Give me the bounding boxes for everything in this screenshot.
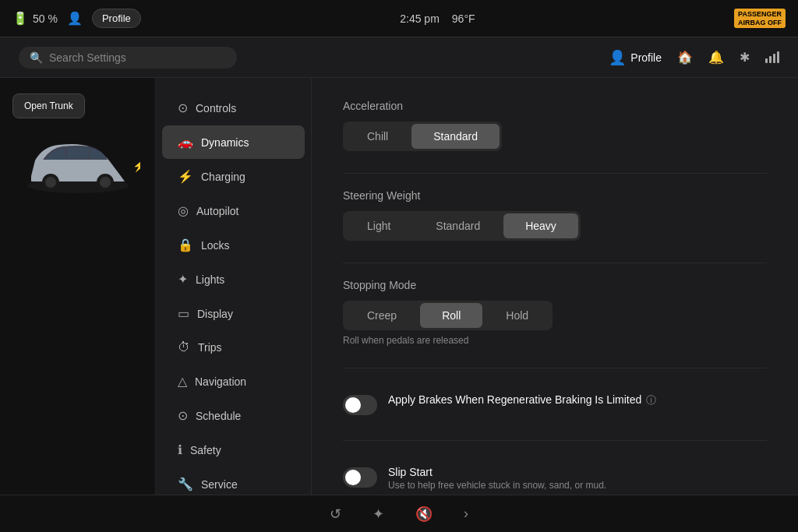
- service-icon: 🔧: [178, 477, 193, 491]
- sidebar-item-locks[interactable]: 🔒 Locks: [162, 228, 305, 262]
- stopping-mode-title: Stopping Mode: [343, 279, 767, 291]
- apply-brakes-title: Apply Brakes When Regenerative Braking I…: [388, 393, 641, 406]
- sidebar-label-charging: Charging: [201, 171, 245, 183]
- locks-icon: 🔒: [178, 238, 193, 252]
- battery-icon: 🔋: [12, 11, 28, 26]
- bell-icon[interactable]: 🔔: [708, 50, 724, 65]
- sidebar-label-service: Service: [201, 478, 238, 491]
- left-panel: Open Trunk ⚡: [0, 78, 156, 495]
- divider-4: [343, 440, 767, 441]
- sidebar-label-autopilot: Autopilot: [196, 205, 238, 217]
- temperature: 96°F: [452, 12, 475, 25]
- apply-brakes-info: Apply Brakes When Regenerative Braking I…: [388, 393, 656, 407]
- divider-2: [343, 262, 767, 263]
- lights-icon: ✦: [178, 272, 188, 287]
- top-status-bar: 🔋 50 % 👤 Profile 2:45 pm 96°F PASSENGERA…: [0, 0, 798, 37]
- controls-icon: ⊙: [178, 100, 188, 115]
- autopilot-icon: ◎: [178, 203, 189, 218]
- acceleration-toggle-group: Chill Standard: [343, 122, 502, 151]
- sidebar-item-dynamics[interactable]: 🚗 Dynamics: [162, 125, 305, 159]
- stopping-hold-button[interactable]: Hold: [484, 303, 550, 328]
- slip-start-info: Slip Start Use to help free vehicle stuc…: [388, 466, 606, 491]
- home-icon[interactable]: 🏠: [677, 50, 693, 65]
- stopping-creep-button[interactable]: Creep: [345, 303, 418, 328]
- sidebar-item-lights[interactable]: ✦ Lights: [162, 262, 305, 296]
- top-bar-left: 🔋 50 % 👤 Profile: [12, 9, 141, 28]
- fan-icon[interactable]: ✦: [373, 506, 384, 523]
- svg-text:⚡: ⚡: [132, 160, 140, 173]
- sidebar-item-controls[interactable]: ⊙ Controls: [162, 91, 305, 125]
- signal-bars: [765, 51, 779, 63]
- steering-light-button[interactable]: Light: [345, 213, 412, 238]
- sidebar-item-trips[interactable]: ⏱ Trips: [162, 331, 305, 364]
- display-icon: ▭: [178, 306, 189, 321]
- divider-3: [343, 368, 767, 368]
- sidebar-label-schedule: Schedule: [196, 410, 241, 422]
- svg-point-4: [100, 177, 111, 188]
- header-profile-button[interactable]: 👤 Profile: [609, 49, 662, 66]
- sidebar-label-trips: Trips: [198, 341, 222, 354]
- search-box[interactable]: 🔍 Search Settings: [19, 47, 237, 69]
- apply-brakes-row: Apply Brakes When Regenerative Braking I…: [343, 384, 767, 425]
- header-right: 👤 Profile 🏠 🔔 ✱: [609, 49, 779, 66]
- sidebar-label-locks: Locks: [201, 239, 230, 252]
- profile-label: Profile: [102, 12, 131, 24]
- rewind-icon[interactable]: ↺: [330, 506, 341, 523]
- sidebar-item-display[interactable]: ▭ Display: [162, 297, 305, 330]
- acceleration-section: Acceleration Chill Standard: [343, 100, 767, 151]
- trips-icon: ⏱: [178, 340, 190, 354]
- svg-point-2: [45, 177, 56, 188]
- profile-button[interactable]: Profile: [92, 9, 141, 28]
- acceleration-title: Acceleration: [343, 100, 767, 112]
- stopping-toggle-group: Creep Roll Hold: [343, 301, 553, 330]
- stopping-roll-button[interactable]: Roll: [420, 303, 482, 328]
- slip-start-toggle[interactable]: [343, 467, 377, 488]
- safety-icon: ℹ: [178, 442, 182, 457]
- dynamics-icon: 🚗: [178, 135, 193, 150]
- main-area: Open Trunk ⚡: [0, 78, 798, 495]
- mute-icon[interactable]: 🔇: [415, 506, 433, 523]
- sidebar-item-navigation[interactable]: △ Navigation: [162, 365, 305, 398]
- sidebar-item-charging[interactable]: ⚡ Charging: [162, 160, 305, 193]
- slip-start-description: Use to help free vehicle stuck in snow, …: [388, 480, 606, 491]
- header-profile-label: Profile: [630, 51, 662, 64]
- acceleration-chill-button[interactable]: Chill: [345, 124, 410, 149]
- apply-brakes-toggle[interactable]: [343, 395, 377, 415]
- signal-bar-1: [765, 58, 768, 63]
- slip-start-title: Slip Start: [388, 466, 606, 478]
- divider-1: [343, 173, 767, 174]
- signal-bar-3: [773, 54, 775, 63]
- apply-brakes-info-icon[interactable]: ⓘ: [646, 393, 656, 407]
- battery-percent: 50 %: [33, 12, 58, 25]
- slip-start-knob: [345, 470, 361, 485]
- sidebar-label-navigation: Navigation: [195, 375, 246, 388]
- steering-weight-section: Steering Weight Light Standard Heavy: [343, 189, 767, 241]
- person-icon: 👤: [67, 11, 83, 26]
- sidebar-label-safety: Safety: [190, 444, 221, 456]
- search-icon: 🔍: [30, 51, 43, 64]
- signal-bar-2: [769, 56, 772, 63]
- content-panel: Acceleration Chill Standard Steering Wei…: [312, 78, 798, 495]
- battery-status: 🔋 50 %: [12, 11, 58, 26]
- sidebar: ⊙ Controls 🚗 Dynamics ⚡ Charging ◎ Autop…: [156, 78, 312, 495]
- bluetooth-icon[interactable]: ✱: [740, 50, 750, 65]
- search-placeholder: Search Settings: [49, 51, 126, 64]
- steering-standard-button[interactable]: Standard: [414, 213, 502, 238]
- sidebar-item-service[interactable]: 🔧 Service: [162, 467, 305, 495]
- car-svg: ⚡: [16, 131, 140, 201]
- acceleration-standard-button[interactable]: Standard: [411, 124, 500, 149]
- car-image: ⚡: [16, 131, 140, 201]
- sidebar-item-schedule[interactable]: ⊙ Schedule: [162, 399, 305, 432]
- steering-heavy-button[interactable]: Heavy: [503, 213, 578, 238]
- forward-icon[interactable]: ›: [464, 506, 468, 522]
- sidebar-item-safety[interactable]: ℹ Safety: [162, 433, 305, 467]
- sidebar-label-lights: Lights: [196, 273, 224, 286]
- steering-toggle-group: Light Standard Heavy: [343, 211, 581, 241]
- sidebar-label-dynamics: Dynamics: [201, 136, 249, 149]
- header-person-icon: 👤: [609, 49, 626, 66]
- open-trunk-button[interactable]: Open Trunk: [12, 93, 85, 118]
- sidebar-item-autopilot[interactable]: ◎ Autopilot: [162, 194, 305, 227]
- sidebar-label-controls: Controls: [196, 102, 236, 115]
- navigation-icon: △: [178, 374, 187, 389]
- apply-brakes-knob: [345, 397, 361, 413]
